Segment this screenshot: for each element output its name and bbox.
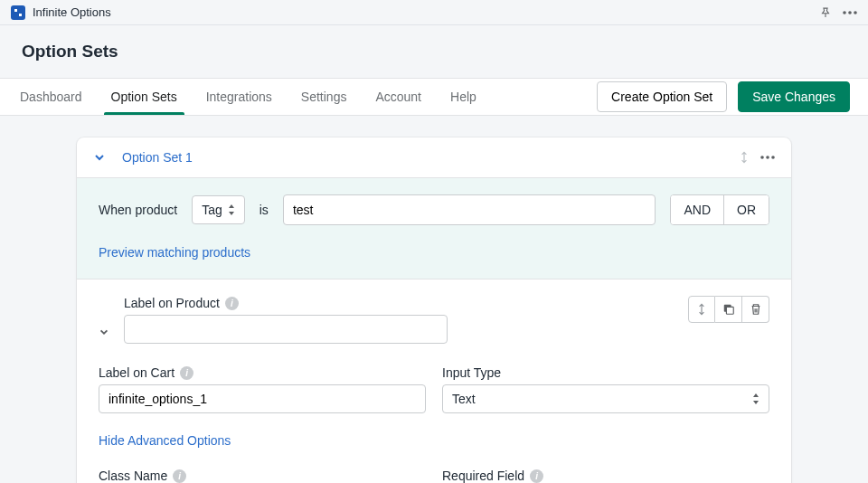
- pin-icon[interactable]: [819, 6, 832, 19]
- tab-account[interactable]: Account: [373, 80, 423, 114]
- label-product-label: Label on Product i: [124, 296, 681, 310]
- preview-matching-link[interactable]: Preview matching products: [99, 245, 250, 260]
- save-changes-button[interactable]: Save Changes: [738, 81, 850, 112]
- label-cart-input[interactable]: [99, 384, 426, 413]
- class-name-label: Class Name i: [99, 469, 426, 483]
- label-product-input[interactable]: [124, 315, 448, 344]
- required-field-label: Required Field i: [442, 469, 769, 483]
- tab-settings[interactable]: Settings: [299, 80, 349, 114]
- info-icon[interactable]: i: [225, 297, 239, 310]
- app-logo-icon: [11, 5, 25, 20]
- svg-rect-9: [726, 307, 733, 314]
- field-collapse-icon[interactable]: [99, 327, 109, 344]
- or-button[interactable]: OR: [724, 195, 769, 224]
- svg-point-7: [771, 156, 775, 159]
- option-set-header: Option Set 1: [77, 137, 791, 177]
- more-icon[interactable]: [843, 11, 857, 14]
- option-set-card: Option Set 1 When product Tag is: [77, 137, 791, 483]
- rule-field-select[interactable]: Tag: [192, 195, 245, 224]
- nav-row: Dashboard Option Sets Integrations Setti…: [0, 78, 868, 116]
- rule-prefix-label: When product: [99, 203, 177, 217]
- topbar: Infinite Options: [0, 0, 868, 25]
- and-button[interactable]: AND: [671, 195, 724, 224]
- option-set-title[interactable]: Option Set 1: [122, 150, 193, 165]
- tab-dashboard[interactable]: Dashboard: [18, 80, 84, 114]
- tab-integrations[interactable]: Integrations: [204, 80, 274, 114]
- info-icon[interactable]: i: [173, 469, 186, 483]
- drag-handle-icon[interactable]: [739, 150, 750, 165]
- create-option-set-button[interactable]: Create Option Set: [597, 81, 727, 112]
- input-type-label: Input Type: [442, 365, 769, 380]
- svg-rect-0: [14, 9, 17, 12]
- svg-point-5: [760, 156, 764, 159]
- rule-section: When product Tag is AND OR Preview match…: [77, 177, 791, 279]
- page-header: Option Sets: [0, 25, 868, 78]
- collapse-icon[interactable]: [93, 151, 106, 164]
- page-title: Option Sets: [22, 42, 846, 62]
- rule-value-input[interactable]: [283, 194, 656, 225]
- delete-icon[interactable]: [742, 296, 769, 323]
- app-title: Infinite Options: [33, 5, 111, 19]
- nav-tabs: Dashboard Option Sets Integrations Setti…: [18, 80, 478, 114]
- field-drag-icon[interactable]: [688, 296, 715, 323]
- info-icon[interactable]: i: [530, 469, 543, 483]
- svg-point-2: [843, 11, 846, 14]
- input-type-value: Text: [452, 392, 476, 406]
- svg-point-6: [766, 156, 769, 159]
- info-icon[interactable]: i: [180, 366, 193, 380]
- duplicate-icon[interactable]: [715, 296, 742, 323]
- tab-help[interactable]: Help: [448, 80, 478, 114]
- label-cart-label: Label on Cart i: [99, 365, 426, 380]
- input-type-select[interactable]: Text: [442, 384, 769, 413]
- set-more-icon[interactable]: [760, 156, 775, 159]
- svg-point-3: [848, 11, 852, 14]
- rule-field-value: Tag: [202, 203, 222, 217]
- tab-option-sets[interactable]: Option Sets: [109, 80, 179, 114]
- rule-mid-label: is: [259, 203, 269, 217]
- svg-point-4: [854, 11, 857, 14]
- svg-rect-1: [19, 14, 22, 16]
- advanced-options-link[interactable]: Hide Advanced Options: [99, 433, 231, 448]
- rule-logic-group: AND OR: [670, 194, 769, 225]
- fields-section: Label on Product i: [77, 279, 791, 483]
